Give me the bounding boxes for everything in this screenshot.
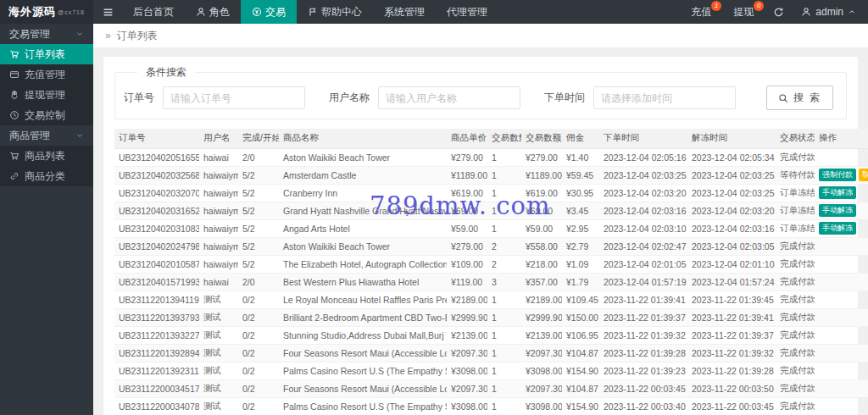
cell-status: 完成付款 bbox=[776, 344, 815, 362]
sidebar-item-withdraw-management[interactable]: 提现管理 bbox=[0, 85, 93, 105]
cell-unfreeze-time: 2023-12-04 01:57:24 bbox=[687, 273, 776, 290]
cell-order-no: UB2311220003451782 bbox=[114, 379, 199, 397]
nav-item-system-management[interactable]: 系统管理 bbox=[373, 0, 436, 24]
cell-commission: ¥2.95 bbox=[562, 219, 599, 237]
search-button[interactable]: 搜 索 bbox=[766, 86, 833, 110]
manual-unfreeze-button[interactable]: 手动解冻 bbox=[819, 186, 856, 199]
cell-quantity: 1 bbox=[487, 290, 521, 308]
hand-icon bbox=[9, 90, 19, 100]
withdraw-badge: 0 bbox=[754, 1, 764, 11]
top-navigation: 后台首页 角色 交易 帮助中心 系统管理 代理管理 bbox=[122, 0, 498, 24]
search-form: 订单号 用户名称 下单时间 搜 索 bbox=[124, 86, 837, 110]
cell-status: 订单冻结 bbox=[776, 184, 815, 202]
manual-unfreeze-button[interactable]: 手动解冻 bbox=[819, 222, 856, 235]
hamburger-menu-icon[interactable] bbox=[93, 0, 122, 24]
table-row: UB2312040203165287haiwaiym5/2Grand Hyatt… bbox=[114, 202, 868, 219]
cell-progress: 0/2 bbox=[238, 308, 279, 326]
link-icon bbox=[9, 171, 19, 181]
cell-username: 测试 bbox=[199, 326, 238, 344]
cell-actions bbox=[815, 308, 868, 326]
cell-actions bbox=[815, 255, 868, 273]
cell-actions bbox=[815, 397, 868, 415]
cell-order-time: 2023-11-22 01:39:32 bbox=[599, 326, 687, 344]
cell-order-time: 2023-12-04 02:01:05 bbox=[599, 255, 687, 273]
manual-unfreeze-button[interactable]: 手动解冻 bbox=[819, 204, 856, 217]
cell-commission: ¥1.09 bbox=[562, 255, 599, 273]
nav-item-agent-management[interactable]: 代理管理 bbox=[436, 0, 498, 24]
nav-item-home[interactable]: 后台首页 bbox=[122, 0, 185, 24]
sidebar-group-label: 商品管理 bbox=[9, 129, 50, 143]
cell-quantity: 1 bbox=[487, 326, 521, 344]
cell-order-no: UB2311220003407895 bbox=[114, 397, 199, 415]
cell-order-time: 2023-12-04 02:03:20 bbox=[599, 184, 687, 202]
cell-order-time: 2023-11-22 01:39:41 bbox=[599, 290, 687, 308]
cell-unit-price: ¥2097.30 bbox=[447, 344, 487, 362]
cell-progress: 2/0 bbox=[238, 273, 279, 290]
sidebar-group-product-management[interactable]: 商品管理 bbox=[0, 125, 93, 146]
cell-quantity: 3 bbox=[487, 273, 521, 290]
cell-product-name: The Elizabeth Hotel, Autograph Collectio… bbox=[279, 255, 447, 273]
user-menu[interactable]: admin bbox=[793, 0, 868, 24]
cell-actions bbox=[815, 344, 868, 362]
force-pay-button[interactable]: 强制付款 bbox=[819, 169, 856, 181]
cell-unfreeze-time: 2023-11-22 00:03:45 bbox=[687, 397, 776, 415]
sidebar-item-order-list[interactable]: 订单列表 bbox=[0, 44, 93, 64]
flag-icon bbox=[308, 7, 318, 17]
cell-progress: 0/2 bbox=[238, 344, 279, 362]
topbar-right: 充值 1 提现 0 admin bbox=[680, 0, 868, 24]
sidebar-item-label: 商品列表 bbox=[25, 149, 65, 163]
cell-actions bbox=[815, 379, 868, 397]
cell-commission: ¥1.40 bbox=[562, 148, 599, 166]
cell-amount: ¥2139.00 bbox=[521, 326, 562, 344]
sidebar-group-transaction-management[interactable]: 交易管理 bbox=[0, 24, 93, 44]
cell-actions bbox=[815, 148, 868, 166]
nav-item-label: 帮助中心 bbox=[321, 5, 362, 19]
table-row: UB2311220139289469测试0/2Four Seasons Reso… bbox=[114, 344, 868, 362]
cell-unit-price: ¥59.00 bbox=[447, 219, 487, 237]
cell-progress: 5/2 bbox=[238, 219, 279, 237]
clock-icon bbox=[9, 110, 19, 120]
sidebar-item-transaction-control[interactable]: 交易控制 bbox=[0, 105, 93, 125]
sidebar-item-label: 订单列表 bbox=[25, 47, 65, 62]
table-row: UB2311220139231169测试0/2Palms Casino Reso… bbox=[114, 362, 868, 379]
orders-table-body: UB2312040205165520haiwai2/0Aston Waikiki… bbox=[114, 148, 868, 415]
order-time-input[interactable] bbox=[593, 86, 736, 109]
cancel-order-button[interactable]: 取消订单 bbox=[859, 169, 868, 181]
order-list-card: 条件搜索 订单号 用户名称 下单时间 bbox=[103, 57, 858, 415]
cell-commission: ¥154.90 bbox=[562, 362, 599, 379]
cell-product-name: Palms Casino Resort U.S (The Empathy Sui… bbox=[279, 397, 447, 415]
cell-username: 测试 bbox=[199, 362, 238, 379]
nav-item-roles[interactable]: 角色 bbox=[185, 0, 241, 24]
username-input[interactable] bbox=[378, 86, 520, 109]
cell-username: haiwaiym bbox=[199, 202, 238, 219]
cell-username: haiwai bbox=[199, 273, 238, 290]
cell-commission: ¥2.79 bbox=[562, 237, 599, 255]
nav-item-help-center[interactable]: 帮助中心 bbox=[297, 0, 373, 24]
cell-product-name: Four Seasons Resort Maui (Accessible Lok… bbox=[279, 379, 447, 397]
main-content: » 订单列表 条件搜索 订单号 用户名称 下单时间 bbox=[93, 24, 868, 415]
cell-amount: ¥1189.00 bbox=[521, 166, 562, 184]
cell-product-name: Aston Waikiki Beach Tower bbox=[279, 237, 447, 255]
cell-quantity: 1 bbox=[487, 166, 521, 184]
cell-product-name: Grand Hyatt Nashville Grand Hyatt Nashvi… bbox=[279, 202, 447, 219]
cell-quantity: 1 bbox=[487, 184, 521, 202]
cell-quantity: 1 bbox=[487, 344, 521, 362]
refresh-icon[interactable] bbox=[765, 0, 793, 24]
cell-username: 测试 bbox=[199, 290, 238, 308]
withdraw-link[interactable]: 提现 0 bbox=[722, 0, 765, 24]
col-quantity: 交易数量 bbox=[487, 129, 521, 148]
sidebar-item-product-category[interactable]: 商品分类 bbox=[0, 166, 93, 186]
recharge-link[interactable]: 充值 1 bbox=[680, 0, 722, 24]
cell-quantity: 1 bbox=[487, 379, 521, 397]
cell-status: 完成付款 bbox=[776, 326, 815, 344]
sidebar-item-label: 充值管理 bbox=[25, 68, 65, 82]
cell-unit-price: ¥69.00 bbox=[447, 202, 487, 219]
nav-item-trade[interactable]: 交易 bbox=[241, 0, 297, 24]
sidebar-item-recharge-management[interactable]: 充值管理 bbox=[0, 64, 93, 85]
cell-order-no: UB2312040203165287 bbox=[114, 202, 199, 219]
order-no-input[interactable] bbox=[163, 86, 305, 109]
table-row: UB2311220139322790测试0/2Stunning Studio,A… bbox=[114, 326, 868, 344]
cell-order-no: UB2311220139411971 bbox=[114, 290, 199, 308]
username-label: 用户名称 bbox=[329, 91, 370, 105]
sidebar-item-product-list[interactable]: 商品列表 bbox=[0, 146, 93, 166]
